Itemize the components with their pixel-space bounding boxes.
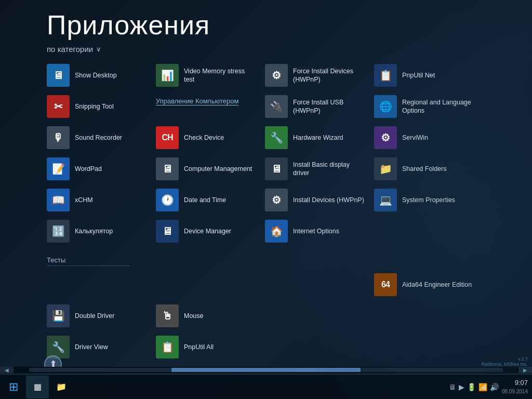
filter-label: по категории [47,45,93,54]
app-item-aida64[interactable]: 64Aida64 Engineer Edition [374,269,483,300]
play-icon: ▶ [459,383,464,391]
force-install-dev-label: Force Install Devices (HWPnP) [293,67,366,84]
app-item-pnputil-net[interactable]: 📋PnpUtil Net [374,60,483,91]
force-usb-label: Force Install USB (HWPnP) [293,98,366,115]
install-devices-icon: ⚙ [265,189,288,211]
app-item-hardware-wizard[interactable]: 🔧Hardware Wizard [265,122,374,153]
app-item-check-device[interactable]: CHCheck Device [156,122,265,153]
section-label-tests: Тесты [47,251,130,266]
calculator-label: Калькулятор [75,227,113,235]
app-item-regional[interactable]: 🌐Regional and Language Options [374,91,483,122]
app-item-system-props[interactable]: 💻System Properties [374,184,483,216]
system-props-label: System Properties [402,196,455,204]
app-item-mouse[interactable]: 🖱Mouse [156,300,265,331]
app-item-snipping-tool[interactable]: ✂Snipping Tool [47,91,156,122]
app-item-video-memory[interactable]: 📊Video Memory stress test [156,60,265,91]
filter-bar[interactable]: по категории ∨ [0,45,532,60]
mouse-icon: 🖱 [156,304,179,327]
xchm-label: xCHM [75,196,93,204]
wordpad-label: WordPad [75,165,102,173]
network-icon: 🖥 [449,383,456,391]
aida64-label: Aida64 Engineer Edition [402,281,472,289]
device-manager-icon: 🖥 [156,220,179,243]
app-item-force-usb[interactable]: 🔌Force Install USB (HWPnP) [265,91,374,122]
date-time-label: Date and Time [184,196,226,204]
force-usb-icon: 🔌 [265,95,288,118]
start-button[interactable]: ⊞ [2,376,25,398]
app-item-install-devices[interactable]: ⚙Install Devices (HWPnP) [265,184,374,216]
app-item-wordpad[interactable]: 📝WordPad [47,153,156,184]
empty-cell [47,269,156,300]
double-driver-icon: 💾 [47,304,70,327]
date-display: 08.09.2014 [502,388,528,395]
version-info: v.2.7Ratiborus, MSfree Inc. [481,356,528,367]
xchm-icon: 📖 [47,189,70,211]
taskbar-clock: 9:07 08.09.2014 [502,378,528,395]
snipping-tool-icon: ✂ [47,95,70,118]
empty-cell [265,269,374,300]
internet-options-icon: 🏠 [265,220,288,243]
app-item-xchm[interactable]: 📖xCHM [47,184,156,216]
app-item-calculator[interactable]: 🔢Калькулятор [47,216,156,247]
battery-icon: 🔋 [467,383,476,391]
app-item-internet-options[interactable]: 🏠Internet Options [265,216,374,247]
app-item-comp-mgmt[interactable]: 🖥Computer Management [156,153,265,184]
install-basic-icon: 🖥 [265,157,288,180]
serviwin-label: ServiWin [402,134,428,142]
app-item-shared-folders[interactable]: 📁Shared Folders [374,153,483,184]
app-item-show-desktop[interactable]: 🖥Show Desktop [47,60,156,91]
regional-label: Regional and Language Options [402,98,475,115]
show-desktop-label: Show Desktop [75,71,117,79]
app-item-device-manager[interactable]: 🖥Device Manager [156,216,265,247]
wordpad-icon: 📝 [47,157,70,180]
scroll-area[interactable]: 🖥Show Desktop📊Video Memory stress test⚙F… [0,60,532,360]
systray-icons: 🖥 ▶ 🔋 📶 🔊 [449,383,499,391]
app-item-double-driver[interactable]: 💾Double Driver [47,300,156,331]
snipping-tool-label: Snipping Tool [75,102,114,111]
install-devices-label: Install Devices (HWPnP) [293,196,364,204]
app-item-date-time[interactable]: 🕐Date and Time [156,184,265,216]
wifi-icon: 📶 [478,383,487,391]
app-item-install-basic[interactable]: 🖥Install Basic display driver [265,153,374,184]
calculator-icon: 🔢 [47,220,70,243]
check-device-icon: CH [156,126,179,149]
install-basic-label: Install Basic display driver [293,161,366,178]
shared-folders-icon: 📁 [374,157,397,180]
page-title: Приложения [0,0,532,45]
mouse-label: Mouse [184,312,204,320]
filter-arrow-icon: ∨ [96,45,101,53]
show-desktop-icon: 🖥 [47,64,70,87]
pnputil-net-label: PnpUtil Net [402,71,435,79]
scrollbar-left-arrow[interactable]: ◀ [0,367,14,373]
aida64-icon: 64 [374,273,397,296]
force-install-dev-icon: ⚙ [265,64,288,87]
app-item-serviwin[interactable]: ⚙ServiWin [374,122,483,153]
app-item-force-install-dev[interactable]: ⚙Force Install Devices (HWPnP) [265,60,374,91]
hardware-wizard-label: Hardware Wizard [293,134,343,142]
empty-cell [265,247,374,269]
app-item-x: Управление Компьютером [156,91,265,122]
sound-recorder-label: Sound Recorder [75,134,122,142]
scrollbar-track[interactable] [29,368,503,372]
comp-mgmt-label: Computer Management [184,165,252,173]
scrollbar-right-arrow[interactable]: ▶ [518,367,532,373]
pnputil-all-label: PnpUtil All [184,343,214,351]
internet-options-label: Internet Options [293,227,339,235]
taskbar: ⊞ ▦ 📁 🖥 ▶ 🔋 📶 🔊 9:07 08.09.2014 [0,374,532,399]
system-props-icon: 💻 [374,189,397,211]
empty-cell [156,247,265,269]
empty-cell [156,269,265,300]
taskbar-app-1[interactable]: ▦ [26,376,49,398]
volume-icon: 🔊 [490,383,499,391]
time-display: 9:07 [502,378,528,388]
taskbar-left: ⊞ ▦ 📁 [0,376,75,398]
sound-recorder-icon: 🎙 [47,126,70,149]
date-time-icon: 🕐 [156,189,179,211]
taskbar-app-2[interactable]: 📁 [50,376,73,398]
scrollbar-thumb[interactable] [171,368,361,372]
device-manager-label: Device Manager [184,227,231,235]
apps-grid: 🖥Show Desktop📊Video Memory stress test⚙F… [47,60,522,360]
shared-folders-label: Shared Folders [402,165,446,173]
app-item-sound-recorder[interactable]: 🎙Sound Recorder [47,122,156,153]
empty-cell [374,247,483,269]
